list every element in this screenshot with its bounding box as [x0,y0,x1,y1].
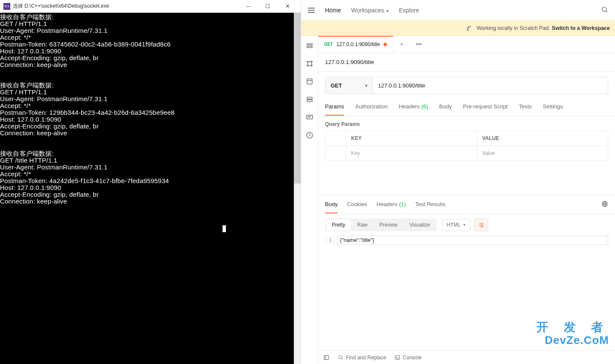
console-line: 接收自客户端数据: [0,13,54,20]
console-titlebar[interactable]: C:\ 选择 D:\C++\socket\x64\Debug\socket.ex… [0,0,301,13]
tab-tests[interactable]: Tests [519,99,532,116]
view-pretty[interactable]: Pretty [326,219,351,230]
resp-tab-test-results[interactable]: Test Results [415,201,445,213]
tab-body[interactable]: Body [439,99,452,116]
chevron-down-icon: ▾ [385,9,389,13]
chevron-down-icon: ▾ [463,223,466,227]
query-params-table: KEY VALUE Key Value [325,131,608,161]
svg-point-2 [467,29,468,30]
request-tab[interactable]: GET 127.0.0.1:9090/title [318,36,393,52]
tab-prerequest[interactable]: Pre-request Script [463,99,508,116]
response-panel: Body Cookies Headers (1) Test Results Pr… [318,195,615,350]
svg-rect-12 [307,100,312,102]
svg-rect-11 [307,97,312,99]
request-name[interactable]: 127.0.0.1:9090/title [318,53,615,72]
mock-servers-icon[interactable] [306,96,313,103]
resp-tab-cookies[interactable]: Cookies [347,201,367,213]
response-body[interactable]: 1 {"name":"title"} [318,236,615,245]
response-format-select[interactable]: HTML ▾ [442,219,470,231]
console-app-icon: C:\ [3,3,10,10]
response-meta-icon[interactable] [601,201,608,214]
footer-console[interactable]: Console [395,355,422,361]
footer-find-replace[interactable]: Find and Replace [338,355,386,361]
svg-point-20 [339,355,342,359]
console-line: 接收自客户端数据: [0,150,54,157]
console-line: Postman-Token: 129bb344-bc23-4a42-b26d-6… [0,109,175,116]
table-check-cell[interactable] [325,146,346,160]
line-number: 1 [325,236,338,245]
wrap-lines-button[interactable] [474,218,488,231]
table-row[interactable]: Key Value [325,146,608,160]
history-icon[interactable] [306,131,313,139]
response-toolbar: Pretty Raw Preview Visualize HTML ▾ [318,214,615,236]
tab-params[interactable]: Params [325,99,344,116]
console-scrollbar-thumb[interactable] [294,13,301,183]
monitors-icon[interactable] [306,114,313,121]
tab-settings[interactable]: Settings [543,99,563,116]
svg-point-0 [602,7,606,11]
console-line: Host: 127.0.0.1:9090 [0,184,61,191]
svg-rect-3 [307,44,312,45]
http-method-select[interactable]: GET ▾ [325,77,373,94]
postman-sidebar-rail [301,36,318,364]
console-line: 接收自客户端数据: [0,82,54,89]
console-output[interactable]: 接收自客户端数据: GET / HTTP/1.1 User-Agent: Pos… [0,13,301,364]
svg-rect-4 [307,47,312,48]
tab-authorization[interactable]: Authorization [355,99,388,116]
view-raw[interactable]: Raw [351,219,373,230]
console-scrollbar[interactable] [294,13,301,364]
minimize-button[interactable]: ─ [238,0,258,13]
param-key-input[interactable]: Key [346,146,477,160]
chevron-down-icon: ▾ [365,83,367,88]
svg-rect-22 [395,355,400,359]
svg-line-1 [606,11,607,12]
footer-sidebar-toggle[interactable] [323,355,329,361]
postman-app: Home Workspaces ▾ Explore Working locall… [301,0,615,364]
close-button[interactable]: ✕ [278,0,297,13]
nav-home[interactable]: Home [325,7,341,14]
request-url-bar: GET ▾ 127.0.0.1:9090/title [318,72,615,99]
nav-explore[interactable]: Explore [399,7,419,14]
table-value-header: VALUE [477,131,608,146]
svg-rect-18 [324,355,329,359]
environments-icon[interactable] [306,78,313,85]
console-line: Host: 127.0.0.1:9090 [0,116,61,123]
tab-actions-button[interactable]: ••• [410,36,428,52]
console-line: Accept: */* [0,170,31,178]
code-line: 1 {"name":"title"} [325,236,608,245]
console-line: User-Agent: PostmanRuntime/7.31.1 [0,163,108,171]
nav-workspaces[interactable]: Workspaces ▾ [351,7,389,14]
console-line: GET / HTTP/1.1 [0,88,47,96]
response-body-text[interactable]: {"name":"title"} [338,236,608,245]
banner-link[interactable]: Switch to a Workspace [552,25,610,31]
table-header-row: KEY VALUE [325,131,608,146]
table-check-col [325,131,346,146]
console-line: GET /title HTTP/1.1 [0,157,57,164]
apis-icon[interactable] [306,60,313,67]
view-visualize[interactable]: Visualize [404,219,436,230]
param-value-input[interactable]: Value [477,146,608,160]
console-line: Accept-Encoding: gzip, deflate, br [0,54,99,61]
new-tab-button[interactable]: + [393,36,410,52]
request-section-tabs: Params Authorization Headers (6) Body Pr… [318,99,615,116]
search-icon[interactable] [601,6,608,15]
console-line: GET / HTTP/1.1 [0,20,47,27]
console-line: Accept-Encoding: gzip, deflate, br [0,122,99,130]
resp-tab-body[interactable]: Body [325,201,338,213]
scratch-pad-banner: Working locally in Scratch Pad. Switch t… [301,20,615,36]
tab-method: GET [324,42,333,47]
banner-text: Working locally in Scratch Pad. [477,25,550,31]
hamburger-menu-icon[interactable] [308,8,315,13]
console-line: Host: 127.0.0.1:9090 [0,47,61,55]
resp-tab-headers[interactable]: Headers (1) [377,201,406,213]
postman-header: Home Workspaces ▾ Explore [301,0,615,20]
url-input[interactable]: 127.0.0.1:9090/title [373,77,608,94]
maximize-button[interactable]: ☐ [258,0,278,13]
response-view-mode: Pretty Raw Preview Visualize [325,218,437,231]
query-params-label: Query Params [318,116,615,131]
table-key-header: KEY [346,131,477,146]
view-preview[interactable]: Preview [373,219,404,230]
response-tabs: Body Cookies Headers (1) Test Results [318,195,615,214]
collections-icon[interactable] [306,42,313,50]
tab-headers[interactable]: Headers (6) [399,99,428,116]
